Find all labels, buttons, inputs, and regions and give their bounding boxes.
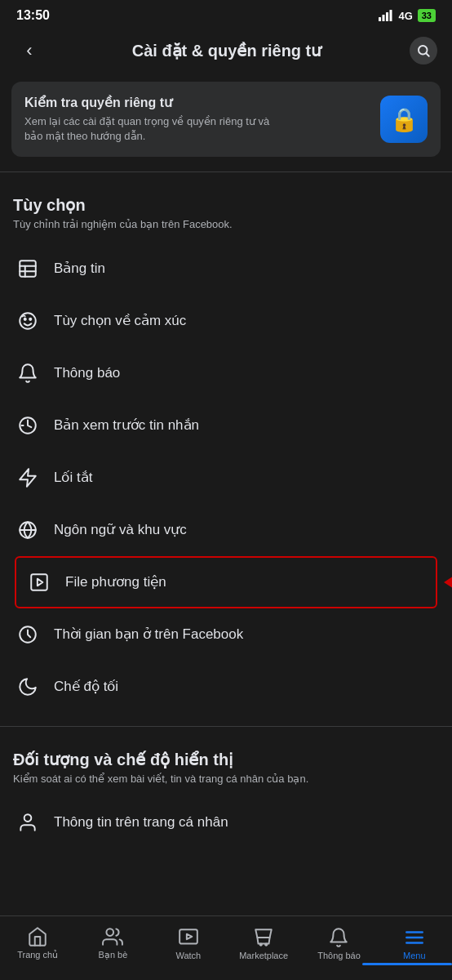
page-header: ‹ Cài đặt & quyền riêng tư — [0, 28, 452, 77]
clock-icon — [13, 620, 42, 649]
menu-item-cam-xuc[interactable]: Tùy chọn về cảm xúc — [0, 295, 452, 347]
svg-rect-18 — [31, 574, 47, 590]
preview-icon — [13, 411, 42, 440]
menu-item-che-do-toi-label: Chế độ tối — [54, 678, 118, 695]
divider-2 — [0, 726, 452, 727]
svg-point-26 — [265, 943, 267, 945]
nav-item-notifications[interactable]: Thông báo — [301, 924, 376, 964]
red-arrow-indicator — [444, 568, 452, 597]
network-label: 4G — [398, 10, 412, 22]
status-time: 13:50 — [16, 8, 50, 23]
friends-icon — [102, 926, 123, 947]
menu-item-bang-tin-label: Bảng tin — [54, 260, 105, 277]
nav-active-indicator — [362, 963, 452, 965]
svg-point-21 — [24, 814, 32, 822]
nav-item-friends[interactable]: Bạn bè — [75, 923, 150, 964]
profile-icon — [13, 808, 42, 837]
shortcut-icon — [13, 463, 42, 492]
section-tuy-chon-header: Tùy chọn Tùy chỉnh trải nghiệm của bạn t… — [0, 180, 452, 237]
svg-rect-6 — [20, 261, 36, 277]
status-icons: 4G 33 — [379, 9, 436, 22]
svg-marker-15 — [20, 469, 36, 487]
section-doi-tuong-header: Đối tượng và chế độ hiển thị Kiểm soát a… — [0, 735, 452, 791]
nav-item-notifications-label: Thông báo — [317, 951, 361, 960]
notifications-icon — [328, 927, 349, 948]
svg-point-11 — [24, 318, 26, 319]
menu-item-ban-xem-truoc[interactable]: Bản xem trước tin nhắn — [0, 399, 452, 452]
nav-item-menu-label: Menu — [403, 951, 426, 960]
nav-item-menu[interactable]: Menu — [377, 924, 452, 964]
nav-item-watch-label: Watch — [175, 951, 201, 960]
signal-icon — [379, 10, 393, 21]
privacy-card-text: Kiểm tra quyền riêng tư Xem lại các cài … — [24, 95, 286, 144]
home-icon — [27, 926, 48, 947]
menu-item-thong-tin-ca-nhan[interactable]: Thông tin trên trang cá nhân — [0, 796, 452, 849]
svg-point-22 — [107, 929, 114, 936]
battery-label: 33 — [418, 9, 436, 22]
svg-line-5 — [426, 53, 428, 56]
privacy-card-title: Kiểm tra quyền riêng tư — [24, 95, 286, 110]
back-button[interactable]: ‹ — [15, 36, 44, 65]
menu-item-che-do-toi[interactable]: Chế độ tối — [0, 661, 452, 713]
section-doi-tuong-title: Đối tượng và chế độ hiển thị — [13, 750, 439, 769]
menu-item-loi-tat-label: Lối tắt — [54, 469, 92, 486]
menu-item-thoi-gian[interactable]: Thời gian bạn ở trên Facebook — [0, 608, 452, 661]
menu-item-file-phuong-tien-label: File phương tiện — [65, 573, 166, 590]
menu-item-thoi-gian-label: Thời gian bạn ở trên Facebook — [54, 626, 243, 643]
bottom-spacer — [0, 853, 452, 919]
menu-item-ngon-ngu[interactable]: Ngôn ngữ và khu vực — [0, 504, 452, 556]
back-arrow-icon: ‹ — [26, 40, 32, 61]
globe-icon — [13, 515, 42, 545]
section-tuy-chon-title: Tùy chọn — [13, 195, 439, 215]
svg-point-10 — [20, 313, 36, 329]
menu-item-file-phuong-tien[interactable]: File phương tiện — [15, 556, 437, 608]
svg-point-12 — [29, 318, 31, 319]
menu-item-ban-xem-truoc-label: Bản xem trước tin nhắn — [54, 416, 199, 434]
privacy-card[interactable]: Kiểm tra quyền riêng tư Xem lại các cài … — [11, 82, 441, 157]
privacy-card-icon: 🔒 — [380, 96, 428, 143]
section-doi-tuong-subtitle: Kiểm soát ai có thể xem bài viết, tin và… — [13, 772, 439, 786]
svg-marker-19 — [38, 578, 43, 586]
nav-item-marketplace-label: Marketplace — [239, 951, 288, 960]
status-bar: 13:50 4G 33 — [0, 0, 452, 28]
lock-icon: 🔒 — [390, 106, 419, 133]
menu-item-ngon-ngu-label: Ngôn ngữ và khu vực — [54, 521, 187, 538]
bottom-navigation: Trang chủ Bạn bè Watch Marketplace — [0, 915, 452, 980]
bell-icon — [13, 359, 42, 388]
svg-rect-2 — [386, 12, 388, 21]
nav-item-home[interactable]: Trang chủ — [0, 923, 75, 964]
marketplace-icon — [253, 927, 274, 948]
svg-rect-0 — [379, 17, 381, 21]
menu-list-doi-tuong: Thông tin trên trang cá nhân — [0, 791, 452, 853]
nav-item-friends-label: Bạn bè — [99, 950, 128, 960]
menu-icon — [404, 927, 425, 948]
section-tuy-chon-subtitle: Tùy chỉnh trải nghiệm của bạn trên Faceb… — [13, 217, 439, 232]
search-button[interactable] — [410, 37, 437, 65]
svg-rect-3 — [390, 10, 392, 21]
divider-1 — [0, 172, 452, 172]
page-title: Cài đặt & quyền riêng tư — [44, 41, 410, 60]
menu-list-tuy-chon: Bảng tin Tùy chọn về cảm xúc Thông báo — [0, 238, 452, 718]
menu-item-cam-xuc-label: Tùy chọn về cảm xúc — [54, 312, 186, 329]
moon-icon — [13, 672, 42, 702]
nav-item-marketplace[interactable]: Marketplace — [226, 924, 301, 964]
watch-icon — [178, 927, 199, 948]
emoji-icon — [13, 306, 42, 336]
menu-item-thong-bao[interactable]: Thông báo — [0, 347, 452, 399]
svg-marker-24 — [187, 933, 193, 939]
menu-item-thong-bao-label: Thông báo — [54, 365, 120, 381]
search-icon — [416, 43, 431, 58]
privacy-card-description: Xem lại các cài đặt quan trọng về quyền … — [24, 114, 286, 144]
nav-item-watch[interactable]: Watch — [151, 924, 226, 964]
news-icon — [13, 254, 42, 283]
menu-item-loi-tat[interactable]: Lối tắt — [0, 452, 452, 504]
menu-item-thong-tin-ca-nhan-label: Thông tin trên trang cá nhân — [54, 814, 228, 831]
media-icon — [24, 568, 54, 597]
svg-rect-23 — [179, 929, 197, 943]
nav-item-home-label: Trang chủ — [17, 950, 58, 960]
svg-point-25 — [260, 943, 262, 945]
menu-item-bang-tin[interactable]: Bảng tin — [0, 243, 452, 295]
svg-rect-1 — [383, 15, 385, 21]
